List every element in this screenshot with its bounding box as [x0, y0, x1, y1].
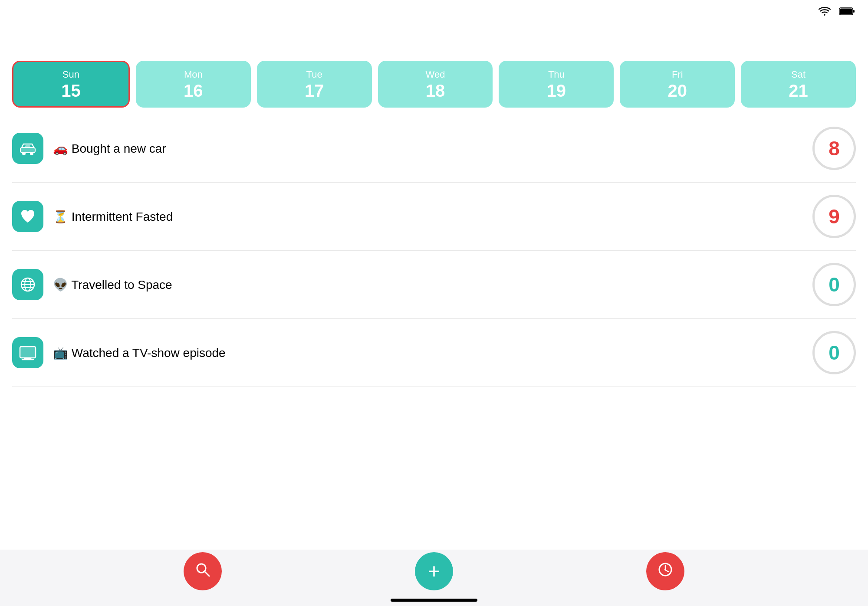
day-number: 17	[305, 82, 324, 99]
habit-name: 📺 Watched a TV-show episode	[53, 346, 226, 360]
search-button[interactable]	[184, 552, 222, 590]
main-content: 🚗 Bought a new car 8 ⏳ Intermittent Fast…	[0, 115, 868, 567]
count-circle[interactable]: 8	[812, 127, 856, 170]
wifi-icon	[819, 7, 831, 18]
habit-icon	[12, 337, 43, 368]
habit-left: 👽 Travelled to Space	[12, 269, 172, 300]
habit-left: ⏳ Intermittent Fasted	[12, 201, 173, 232]
svg-rect-7	[25, 145, 30, 148]
search-icon	[194, 561, 211, 582]
habit-icon	[12, 133, 43, 164]
day-number: 18	[426, 82, 445, 99]
day-name: Thu	[548, 69, 565, 80]
day-number: 21	[789, 82, 808, 99]
day-number: 15	[61, 82, 81, 99]
count-circle[interactable]: 0	[812, 331, 856, 374]
home-indicator	[391, 599, 477, 602]
calendar-day-sat[interactable]: Sat 21	[741, 61, 856, 108]
day-name: Sun	[62, 69, 79, 80]
habit-row[interactable]: ⏳ Intermittent Fasted 9	[12, 183, 856, 251]
clock-icon	[657, 561, 674, 582]
svg-rect-3	[840, 9, 852, 14]
calendar-day-fri[interactable]: Fri 20	[620, 61, 735, 108]
calendar-strip: Sun 15 Mon 16 Tue 17 Wed 18 Thu 19 Fri 2…	[0, 54, 868, 115]
count-value: 0	[829, 341, 840, 364]
habit-icon	[12, 201, 43, 232]
habit-icon	[12, 269, 43, 300]
svg-line-18	[204, 571, 209, 576]
calendar-day-wed[interactable]: Wed 18	[378, 61, 493, 108]
svg-point-0	[824, 14, 825, 15]
count-value: 0	[829, 273, 840, 296]
calendar-day-sun[interactable]: Sun 15	[12, 61, 130, 108]
calendar-day-tue[interactable]: Tue 17	[257, 61, 372, 108]
habit-list: 🚗 Bought a new car 8 ⏳ Intermittent Fast…	[0, 115, 868, 567]
svg-rect-4	[20, 147, 35, 153]
day-name: Tue	[306, 69, 322, 80]
day-name: Wed	[426, 69, 445, 80]
calendar-day-thu[interactable]: Thu 19	[499, 61, 614, 108]
calendar-day-mon[interactable]: Mon 16	[136, 61, 251, 108]
habit-left: 📺 Watched a TV-show episode	[12, 337, 226, 368]
habit-row[interactable]: 👽 Travelled to Space 0	[12, 251, 856, 319]
day-number: 19	[547, 82, 566, 99]
svg-point-5	[22, 152, 26, 155]
count-value: 9	[829, 205, 840, 228]
habit-name: 🚗 Bought a new car	[53, 141, 166, 156]
status-icons	[819, 7, 855, 18]
add-button[interactable]: +	[415, 552, 453, 590]
habit-row[interactable]: 🚗 Bought a new car 8	[12, 115, 856, 183]
plus-icon: +	[428, 561, 440, 582]
day-name: Sat	[791, 69, 806, 80]
day-number: 20	[667, 82, 687, 99]
svg-point-22	[664, 569, 666, 570]
day-name: Fri	[672, 69, 683, 80]
svg-rect-13	[20, 347, 36, 358]
habit-name: 👽 Travelled to Space	[53, 278, 172, 292]
habit-row[interactable]: 📺 Watched a TV-show episode 0	[12, 319, 856, 387]
count-value: 8	[829, 137, 840, 160]
habit-left: 🚗 Bought a new car	[12, 133, 166, 164]
svg-point-6	[30, 152, 33, 155]
header	[0, 23, 868, 54]
svg-rect-2	[853, 10, 855, 13]
day-number: 16	[184, 82, 203, 99]
status-bar	[0, 0, 868, 23]
habit-name: ⏳ Intermittent Fasted	[53, 210, 173, 224]
history-button[interactable]	[646, 552, 684, 590]
battery-icon	[839, 7, 855, 17]
count-circle[interactable]: 9	[812, 195, 856, 238]
day-name: Mon	[184, 69, 203, 80]
count-circle[interactable]: 0	[812, 263, 856, 306]
bottom-bar: +	[0, 550, 868, 606]
